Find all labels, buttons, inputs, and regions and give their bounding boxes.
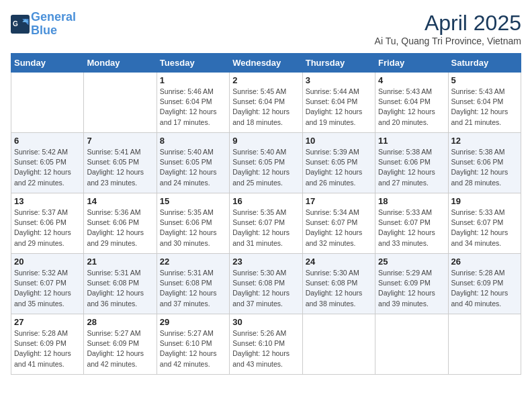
calendar-cell: 1Sunrise: 5:46 AMSunset: 6:04 PMDaylight… xyxy=(157,73,229,133)
calendar-cell: 11Sunrise: 5:38 AMSunset: 6:06 PMDayligh… xyxy=(375,133,448,193)
day-number: 29 xyxy=(160,317,226,327)
day-info: Sunrise: 5:27 AMSunset: 6:10 PMDaylight:… xyxy=(160,328,226,369)
calendar-cell: 7Sunrise: 5:41 AMSunset: 6:05 PMDaylight… xyxy=(84,133,157,193)
day-info: Sunrise: 5:33 AMSunset: 6:07 PMDaylight:… xyxy=(451,208,518,248)
header-sunday: Sunday xyxy=(11,54,84,73)
day-info: Sunrise: 5:26 AMSunset: 6:10 PMDaylight:… xyxy=(232,328,299,369)
calendar-cell: 4Sunrise: 5:43 AMSunset: 6:04 PMDaylight… xyxy=(375,73,448,133)
calendar-cell xyxy=(11,73,84,133)
day-info: Sunrise: 5:29 AMSunset: 6:09 PMDaylight:… xyxy=(378,268,445,309)
calendar-cell xyxy=(84,73,157,133)
calendar-cell xyxy=(448,314,521,375)
calendar-cell: 20Sunrise: 5:32 AMSunset: 6:07 PMDayligh… xyxy=(11,254,84,314)
calendar-cell xyxy=(302,314,375,375)
calendar-cell: 9Sunrise: 5:40 AMSunset: 6:05 PMDaylight… xyxy=(230,133,302,193)
title-section: April 2025 Ai Tu, Quang Tri Province, Vi… xyxy=(375,11,521,46)
day-number: 23 xyxy=(232,257,299,267)
calendar-cell: 27Sunrise: 5:28 AMSunset: 6:09 PMDayligh… xyxy=(11,314,84,375)
day-number: 20 xyxy=(14,257,81,267)
day-info: Sunrise: 5:42 AMSunset: 6:05 PMDaylight:… xyxy=(14,147,81,188)
day-info: Sunrise: 5:31 AMSunset: 6:08 PMDaylight:… xyxy=(160,268,226,309)
svg-text:G: G xyxy=(13,20,18,28)
day-number: 17 xyxy=(306,196,372,206)
day-number: 30 xyxy=(232,317,299,327)
calendar-week-row: 20Sunrise: 5:32 AMSunset: 6:07 PMDayligh… xyxy=(11,254,521,314)
day-number: 28 xyxy=(87,317,153,327)
day-info: Sunrise: 5:30 AMSunset: 6:08 PMDaylight:… xyxy=(232,268,299,309)
day-number: 19 xyxy=(451,196,518,206)
day-number: 16 xyxy=(232,196,299,206)
day-number: 4 xyxy=(378,75,445,85)
day-info: Sunrise: 5:34 AMSunset: 6:07 PMDaylight:… xyxy=(306,208,372,248)
day-number: 10 xyxy=(306,136,372,146)
calendar-cell: 19Sunrise: 5:33 AMSunset: 6:07 PMDayligh… xyxy=(448,193,521,254)
day-number: 18 xyxy=(378,196,445,206)
day-info: Sunrise: 5:45 AMSunset: 6:04 PMDaylight:… xyxy=(232,87,299,128)
day-number: 7 xyxy=(87,136,153,146)
calendar-cell: 8Sunrise: 5:40 AMSunset: 6:05 PMDaylight… xyxy=(157,133,229,193)
day-info: Sunrise: 5:27 AMSunset: 6:09 PMDaylight:… xyxy=(87,328,153,369)
day-number: 14 xyxy=(87,196,153,206)
calendar-week-row: 27Sunrise: 5:28 AMSunset: 6:09 PMDayligh… xyxy=(11,314,521,375)
calendar-cell: 16Sunrise: 5:35 AMSunset: 6:07 PMDayligh… xyxy=(230,193,302,254)
calendar-table: Sunday Monday Tuesday Wednesday Thursday… xyxy=(11,53,521,375)
day-info: Sunrise: 5:37 AMSunset: 6:06 PMDaylight:… xyxy=(14,208,81,248)
calendar-cell: 25Sunrise: 5:29 AMSunset: 6:09 PMDayligh… xyxy=(375,254,448,314)
day-info: Sunrise: 5:40 AMSunset: 6:05 PMDaylight:… xyxy=(232,147,299,188)
calendar-cell: 21Sunrise: 5:31 AMSunset: 6:08 PMDayligh… xyxy=(84,254,157,314)
day-number: 26 xyxy=(451,257,518,267)
day-info: Sunrise: 5:38 AMSunset: 6:06 PMDaylight:… xyxy=(378,147,445,188)
day-number: 25 xyxy=(378,257,445,267)
day-number: 24 xyxy=(306,257,372,267)
header-thursday: Thursday xyxy=(302,54,375,73)
day-info: Sunrise: 5:44 AMSunset: 6:04 PMDaylight:… xyxy=(306,87,372,128)
calendar-cell: 17Sunrise: 5:34 AMSunset: 6:07 PMDayligh… xyxy=(302,193,375,254)
day-number: 15 xyxy=(160,196,226,206)
day-info: Sunrise: 5:32 AMSunset: 6:07 PMDaylight:… xyxy=(14,268,81,309)
calendar-cell: 2Sunrise: 5:45 AMSunset: 6:04 PMDaylight… xyxy=(230,73,302,133)
day-number: 27 xyxy=(14,317,81,327)
day-info: Sunrise: 5:43 AMSunset: 6:04 PMDaylight:… xyxy=(378,87,445,128)
day-info: Sunrise: 5:43 AMSunset: 6:04 PMDaylight:… xyxy=(451,87,518,128)
day-info: Sunrise: 5:39 AMSunset: 6:05 PMDaylight:… xyxy=(306,147,372,188)
logo-text: GeneralBlue xyxy=(31,11,76,38)
day-number: 2 xyxy=(232,75,299,85)
day-info: Sunrise: 5:28 AMSunset: 6:09 PMDaylight:… xyxy=(451,268,518,309)
day-info: Sunrise: 5:35 AMSunset: 6:06 PMDaylight:… xyxy=(160,208,226,248)
location: Ai Tu, Quang Tri Province, Vietnam xyxy=(375,36,521,46)
day-info: Sunrise: 5:35 AMSunset: 6:07 PMDaylight:… xyxy=(232,208,299,248)
day-number: 5 xyxy=(451,75,518,85)
header-tuesday: Tuesday xyxy=(157,54,229,73)
calendar-cell: 13Sunrise: 5:37 AMSunset: 6:06 PMDayligh… xyxy=(11,193,84,254)
calendar-cell: 10Sunrise: 5:39 AMSunset: 6:05 PMDayligh… xyxy=(302,133,375,193)
month-title: April 2025 xyxy=(375,11,521,36)
day-number: 3 xyxy=(306,75,372,85)
page-header: G GeneralBlue April 2025 Ai Tu, Quang Tr… xyxy=(11,11,521,46)
day-number: 21 xyxy=(87,257,153,267)
header-friday: Friday xyxy=(375,54,448,73)
calendar-cell: 18Sunrise: 5:33 AMSunset: 6:07 PMDayligh… xyxy=(375,193,448,254)
calendar-cell: 28Sunrise: 5:27 AMSunset: 6:09 PMDayligh… xyxy=(84,314,157,375)
day-info: Sunrise: 5:36 AMSunset: 6:06 PMDaylight:… xyxy=(87,208,153,248)
calendar-cell: 29Sunrise: 5:27 AMSunset: 6:10 PMDayligh… xyxy=(157,314,229,375)
calendar-cell: 26Sunrise: 5:28 AMSunset: 6:09 PMDayligh… xyxy=(448,254,521,314)
calendar-cell: 14Sunrise: 5:36 AMSunset: 6:06 PMDayligh… xyxy=(84,193,157,254)
day-number: 6 xyxy=(14,136,81,146)
day-number: 9 xyxy=(232,136,299,146)
calendar-cell: 6Sunrise: 5:42 AMSunset: 6:05 PMDaylight… xyxy=(11,133,84,193)
calendar-cell: 24Sunrise: 5:30 AMSunset: 6:08 PMDayligh… xyxy=(302,254,375,314)
day-info: Sunrise: 5:40 AMSunset: 6:05 PMDaylight:… xyxy=(160,147,226,188)
header-saturday: Saturday xyxy=(448,54,521,73)
day-number: 22 xyxy=(160,257,226,267)
calendar-week-row: 6Sunrise: 5:42 AMSunset: 6:05 PMDaylight… xyxy=(11,133,521,193)
day-info: Sunrise: 5:31 AMSunset: 6:08 PMDaylight:… xyxy=(87,268,153,309)
logo-icon: G xyxy=(11,15,30,34)
day-info: Sunrise: 5:30 AMSunset: 6:08 PMDaylight:… xyxy=(306,268,372,309)
calendar-cell: 30Sunrise: 5:26 AMSunset: 6:10 PMDayligh… xyxy=(230,314,302,375)
day-info: Sunrise: 5:38 AMSunset: 6:06 PMDaylight:… xyxy=(451,147,518,188)
calendar-cell: 22Sunrise: 5:31 AMSunset: 6:08 PMDayligh… xyxy=(157,254,229,314)
calendar-cell: 5Sunrise: 5:43 AMSunset: 6:04 PMDaylight… xyxy=(448,73,521,133)
calendar-cell xyxy=(375,314,448,375)
day-info: Sunrise: 5:46 AMSunset: 6:04 PMDaylight:… xyxy=(160,87,226,128)
header-monday: Monday xyxy=(84,54,157,73)
